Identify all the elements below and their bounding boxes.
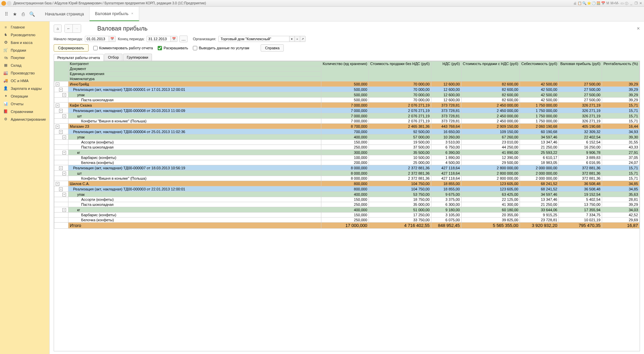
sidebar-item[interactable]: 🛒Продажи [0,46,49,54]
sidebar-item[interactable]: ≡Главное [0,23,49,31]
tree-toggle[interactable]: − [62,151,66,155]
minimize-icon[interactable]: _ [629,1,633,5]
forward-button[interactable]: → [73,24,81,33]
tree-toggle[interactable]: − [62,208,66,212]
close-icon[interactable]: ✕ [639,1,643,5]
form-button[interactable]: Сформировать [54,44,89,52]
search-icon[interactable]: 🔍 [29,11,35,17]
tree-toggle[interactable]: − [56,125,59,128]
table-row[interactable]: −Реализация (акт, накладная) ТД00-000004… [54,129,640,134]
table-row[interactable]: −Реализация (акт, накладная) ТД00-000001… [54,87,640,92]
tree-toggle[interactable]: − [59,130,63,134]
tree-toggle[interactable]: − [62,172,66,175]
table-row[interactable]: −ИнноТрейд500,00070 000,0012 600,0082 60… [54,81,640,87]
tree-toggle[interactable]: − [62,93,66,97]
table-row[interactable]: Барбарис (конфеты)150,00017 250,003 105,… [54,213,640,218]
history-icon[interactable]: ⎙ [22,11,24,17]
tree-toggle[interactable]: − [59,88,63,92]
table-row[interactable]: Ассорти (конфеты)150,00019 500,003 510,0… [54,140,640,145]
table-row[interactable]: −шт7 000,0002 076 271,19373 728,812 450 … [54,113,640,119]
tree-toggle[interactable]: − [56,182,59,186]
table-row[interactable]: −упак400,00057 000,0010 260,0067 260,003… [54,134,640,140]
table-row[interactable]: Паста шоколадная250,00035 000,006 300,00… [54,202,640,207]
color-checkbox[interactable]: Раскрашивать [158,46,188,50]
tree-toggle[interactable]: − [56,104,59,107]
tab-home[interactable]: Начальная страница [40,7,90,21]
table-row[interactable]: −Кафе Сказка7 000,0002 076 271,19373 728… [54,103,640,108]
table-row[interactable]: −шт8 000,0002 372 881,36427 118,642 800 … [54,171,640,176]
tb-icon[interactable]: 🧮 [596,1,600,5]
dropdown-icon[interactable]: ▾ [289,36,294,42]
table-row[interactable]: Белочка (конфеты)250,00033 750,006 075,0… [54,218,640,223]
tb-icon[interactable]: 🖨 [573,1,577,5]
calendar-icon[interactable]: 📅 [170,36,177,42]
period-picker-button[interactable]: … [179,36,187,42]
maximize-icon[interactable]: ❐ [634,1,638,5]
table-row[interactable]: −упак400,00053 750,009 675,0063 425,0034… [54,192,640,197]
table-row[interactable]: Паста шоколадная500,00070 000,0012 600,0… [54,98,640,103]
sidebar-item[interactable]: 📕Справочники [0,108,49,115]
table-row[interactable]: −Магазин 238 700,0002 465 381,36443 768,… [54,124,640,129]
sidebar-item[interactable]: ⚙Администрирование [0,115,49,123]
tab-report[interactable]: Валовая прибыль✕ [90,7,139,21]
period-to-input[interactable]: 📅 [147,36,177,42]
tb-icon[interactable]: 📋 [578,1,582,5]
table-row[interactable]: −Реализация (акт, накладная) ТД00-000003… [54,186,640,192]
tree-toggle[interactable]: − [59,166,63,170]
table-row[interactable]: −упак500,00070 000,0012 600,0082 600,004… [54,92,640,98]
table-row[interactable]: Барбарис (конфеты)100,00010 500,001 890,… [54,155,640,160]
calendar-icon[interactable]: 📅 [109,36,115,42]
sidebar-item[interactable]: 🛍Покупки [0,54,49,61]
sidebar-item[interactable]: ▦Склад [0,61,49,69]
services-checkbox[interactable]: Выводить данные по услугам [193,46,249,50]
tree-toggle[interactable]: − [59,187,63,191]
clear-icon[interactable]: × [294,36,300,42]
close-page-icon[interactable]: ✕ [637,26,640,31]
sidebar-item[interactable]: 👤Зарплата и кадры [0,84,49,92]
tree-toggle[interactable]: − [62,114,66,118]
sidebar-item[interactable]: 📊Отчеты [0,100,49,108]
tree-toggle[interactable]: − [56,82,59,86]
rtab-result[interactable]: Результат работы отчета [54,54,104,61]
home-button[interactable]: ⌂ [54,24,62,33]
sidebar-item[interactable]: ♞Руководителю [0,31,49,39]
sidebar-item[interactable]: ✪Банк и касса [0,39,49,46]
tb-icon[interactable]: ⭐ [587,1,591,5]
table-row[interactable]: Белочка (конфеты)200,00025 000,004 500,0… [54,160,640,165]
tb-icon[interactable]: 📅 [601,1,605,5]
open-icon[interactable]: ↗ [300,36,305,42]
table-row[interactable]: Паста шоколадная250,00037 500,006 750,00… [54,145,640,150]
table-row[interactable]: −Реализация (акт, накладная) ТД00-000008… [54,108,640,113]
tree-toggle[interactable]: − [59,109,63,113]
tb-icon[interactable]: ▭ [620,1,624,5]
sidebar-item[interactable]: ✦Операции [0,92,49,100]
period-from-input[interactable]: 📅 [85,36,116,42]
apps-icon[interactable]: ⠿ [5,11,8,17]
help-button[interactable]: Справка [261,44,284,52]
sidebar-item[interactable]: 🚚ОС и НМА [0,77,49,84]
tree-toggle[interactable]: − [62,193,66,196]
table-row[interactable]: −кг400,00051 000,009 180,0060 180,0033 6… [54,207,640,213]
tb-icon[interactable]: ⓘ [625,1,629,5]
table-row[interactable]: −Реализация (акт, накладная) ТД00-000007… [54,165,640,171]
sidebar-item[interactable]: 🏭Производство [0,69,49,77]
table-row[interactable]: −Шилов С.А.800,000104 750,0018 855,00123… [54,181,640,186]
tb-icon[interactable]: 🔍 [582,1,586,5]
table-row[interactable]: −кг300,00035 500,006 390,0041 890,0025 5… [54,150,640,155]
comment-checkbox[interactable]: Комментировать работу отчета [93,46,153,50]
tab-close-icon[interactable]: ✕ [131,12,133,15]
dropdown-icon[interactable] [7,1,11,6]
rtab-filter[interactable]: Отбор [104,54,122,61]
tree-toggle[interactable]: − [62,135,66,139]
rtab-group[interactable]: Группировки [123,54,152,61]
org-select[interactable]: ▾ × ↗ [218,36,306,42]
tb-icon[interactable]: M- [615,1,619,5]
table-row[interactable]: Конфеты "Вишня в коньяке" (Польша)8 000,… [54,176,640,181]
tb-icon[interactable]: M+ [610,1,614,5]
table-row[interactable]: Конфеты "Вишня в коньяке" (Польша)7 000,… [54,119,640,124]
back-button[interactable]: ← [65,24,73,33]
star-icon[interactable]: ★ [13,11,17,17]
tb-icon[interactable]: M [606,1,610,5]
report-area[interactable]: Контрагент Количество (ед хранения) Стои… [54,61,640,351]
table-row[interactable]: Ассорти (конфеты)150,00018 750,003 375,0… [54,197,640,202]
